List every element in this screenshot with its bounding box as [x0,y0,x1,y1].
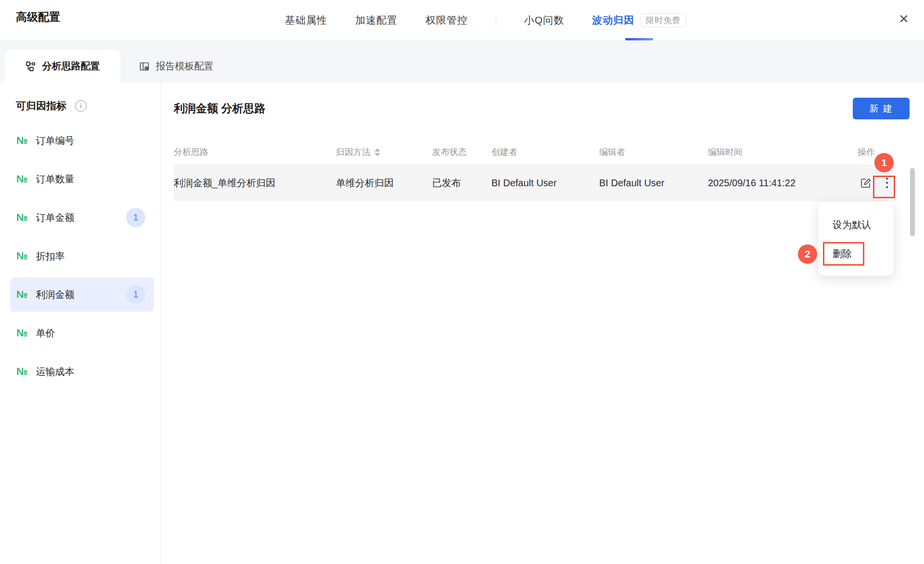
sidebar-item-label: 折扣率 [36,250,64,263]
sidebar-item-order-id[interactable]: № 订单编号 [10,123,154,158]
numero-metric-icon: № [16,173,27,185]
sidebar-item-discount-rate[interactable]: № 折扣率 [10,239,154,273]
nav-tab-xiaoq-label: 小Q问数 [524,13,564,27]
count-badge: 1 [126,285,145,304]
nav-tab-permission[interactable]: 权限管控 [425,0,468,40]
sidebar-item-shipping-cost[interactable]: № 运输成本 [10,354,154,389]
sidebar-item-profit-amount[interactable]: № 利润金额 1 [10,277,154,312]
sidebar-title-row: 可归因指标 i [16,99,87,113]
sidebar-item-label: 单价 [36,327,55,340]
col-status: 发布状态 [432,146,491,158]
sidebar-item-label: 运输成本 [36,365,74,378]
sidebar-item-label: 订单金额 [36,211,74,224]
sidebar-item-label: 订单数量 [36,173,74,186]
sidebar-item-label: 利润金额 [36,288,74,301]
sidebar-item-order-quantity[interactable]: № 订单数量 [10,162,154,196]
numero-metric-icon: № [16,212,27,223]
main-area: 利润金额 分析思路 新 建 分析思路 归因方法 发布状态 创建者 编辑者 编辑时… [161,83,924,564]
report-template-icon [139,61,150,72]
edit-icon[interactable] [860,177,872,189]
nav-tab-basic-label: 基础属性 [285,13,327,27]
nav-tab-xiaoq[interactable]: 小Q问数 [524,0,564,40]
cell-editor: BI Default User [599,178,708,189]
col-editor: 编辑者 [599,146,708,158]
col-creator: 创建者 [491,146,599,158]
annotation-step-1: 1 [874,153,894,172]
page-title: 利润金额 分析思路 [174,101,265,116]
flow-diagram-icon [26,61,36,72]
metric-list: № 订单编号 № 订单数量 № 订单金额 1 № 折扣率 № 利润金额 1 № … [10,123,154,393]
nav-tab-acceleration[interactable]: 加速配置 [355,0,398,40]
create-new-button[interactable]: 新 建 [853,98,910,119]
numero-metric-icon: № [16,250,27,262]
metric-sidebar: 可归因指标 i № 订单编号 № 订单数量 № 订单金额 1 № 折扣率 № 利… [0,83,161,564]
table-row[interactable]: 利润金额_单维分析归因 单维分析归因 已发布 BI Default User B… [174,165,894,201]
numero-metric-icon: № [16,327,27,339]
cell-analysis-name: 利润金额_单维分析归因 [174,177,336,190]
cell-method: 单维分析归因 [336,177,432,190]
dialog-title: 高级配置 [16,10,60,25]
close-icon[interactable]: × [893,8,914,29]
cell-creator: BI Default User [491,178,599,189]
active-tab-underline [625,38,653,40]
analysis-table: 分析思路 归因方法 发布状态 创建者 编辑者 编辑时间 操作 利润金额 [174,140,894,201]
sidebar-item-label: 订单编号 [36,134,74,147]
tab-report-template-config[interactable]: 报告模板配置 [120,50,232,83]
numero-metric-icon: № [16,135,27,146]
nav-tab-acceleration-label: 加速配置 [355,13,398,27]
sort-icon[interactable] [374,148,380,156]
sidebar-item-order-amount[interactable]: № 订单金额 1 [10,200,154,235]
limited-free-badge: 限时免费 [640,13,686,27]
nav-tab-permission-label: 权限管控 [425,13,468,27]
dialog-header: 高级配置 基础属性 加速配置 权限管控 小Q问数 波动归因 限时免费 × [0,0,924,40]
vertical-scrollbar-thumb[interactable] [910,168,915,236]
tab-analysis-config-label: 分析思路配置 [42,60,100,73]
cell-edited-time: 2025/09/16 11:41:22 [708,178,858,189]
annotation-box-delete [823,242,864,266]
col-method: 归因方法 [336,146,432,158]
numero-metric-icon: № [16,289,27,300]
nav-tab-fluctuation-label: 波动归因 [592,13,634,27]
sidebar-title: 可归因指标 [16,99,66,113]
annotation-box-kebab [873,176,895,198]
annotation-step-2: 2 [798,244,817,264]
nav-divider [496,15,496,26]
info-icon[interactable]: i [75,100,87,112]
tab-report-template-label: 报告模板配置 [156,60,214,73]
header-nav: 基础属性 加速配置 权限管控 小Q问数 波动归因 限时免费 [285,0,686,40]
numero-metric-icon: № [16,366,27,377]
nav-tab-fluctuation-attribution[interactable]: 波动归因 限时免费 [592,0,686,40]
sidebar-item-unit-price[interactable]: № 单价 [10,316,154,350]
count-badge: 1 [126,208,145,227]
cell-status: 已发布 [432,177,491,190]
tab-analysis-config[interactable]: 分析思路配置 [5,50,120,83]
col-edited-time: 编辑时间 [708,146,858,158]
nav-tab-basic[interactable]: 基础属性 [285,0,327,40]
menu-item-set-default[interactable]: 设为默认 [818,212,894,237]
col-analysis: 分析思路 [174,146,336,158]
table-header: 分析思路 归因方法 发布状态 创建者 编辑者 编辑时间 操作 [174,140,894,165]
subtab-band: 分析思路配置 报告模板配置 [0,41,924,83]
